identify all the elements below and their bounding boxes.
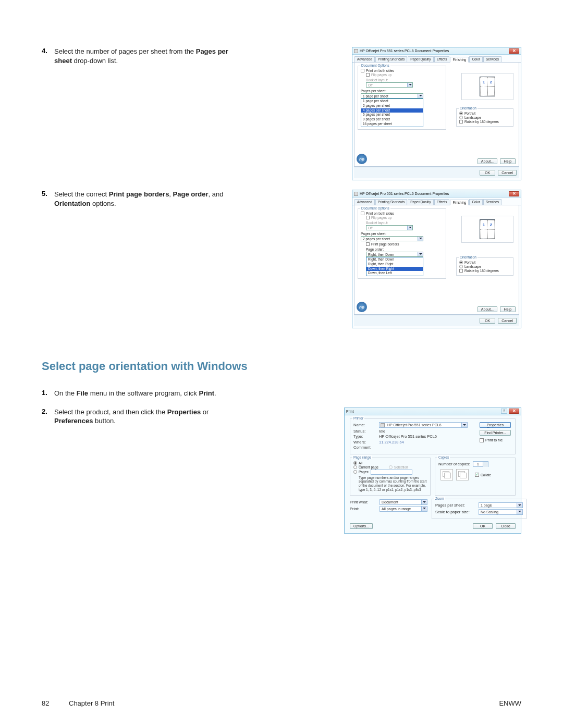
comment-label: Comment: — [353, 445, 376, 450]
landscape-radio[interactable] — [459, 265, 463, 268]
s5-sep2: , and — [209, 190, 224, 198]
copies-legend: Copies — [437, 455, 450, 459]
sb2-t2: or — [201, 408, 209, 416]
num-copies-value: 1 — [473, 462, 483, 466]
num-copies-spinner[interactable]: 1 — [473, 461, 488, 467]
pps-opt-2[interactable]: 2 pages per sheet — [361, 104, 423, 108]
cancel-button[interactable]: Cancel — [498, 170, 517, 176]
flip-pages-up-label: Flip pages up — [371, 216, 391, 219]
pps-opt-9[interactable]: 9 pages per sheet — [361, 117, 423, 122]
print-range-select[interactable]: All pages in range — [380, 506, 427, 512]
tab-paper-quality[interactable]: Paper/Quality — [408, 56, 433, 62]
s5-t2: options. — [90, 200, 116, 207]
po-opt-1[interactable]: Right, then Down — [366, 257, 423, 262]
ok-button[interactable]: OK — [473, 523, 493, 529]
chevron-down-icon[interactable] — [421, 500, 427, 504]
rotate180-checkbox[interactable] — [459, 269, 463, 273]
hp-logo-icon: hp — [357, 154, 367, 164]
chevron-down-icon[interactable] — [418, 237, 423, 241]
help-button[interactable]: Help — [500, 158, 516, 164]
tab-printing-shortcuts[interactable]: Printing Shortcuts — [375, 199, 407, 205]
zoom-pps-select[interactable]: 1 page — [479, 502, 523, 508]
close-icon[interactable]: ✕ — [509, 409, 519, 414]
chevron-down-icon[interactable] — [461, 423, 467, 427]
close-button[interactable]: Close — [496, 523, 516, 529]
zoom-scale-select[interactable]: No Scaling — [479, 509, 523, 515]
spin-down-icon[interactable] — [483, 464, 488, 467]
chevron-down-icon[interactable] — [517, 503, 522, 508]
close-icon[interactable]: ✕ — [509, 191, 519, 196]
tab-paper-quality[interactable]: Paper/Quality — [408, 199, 433, 205]
tabs-row: Advanced Printing Shortcuts Paper/Qualit… — [352, 198, 521, 205]
page-order-listbox[interactable]: Right, then Down Right, then Right Down,… — [366, 257, 423, 276]
tab-services[interactable]: Services — [483, 199, 501, 205]
printer-name-select[interactable]: HP Officejet Pro 551 series PCL6 — [379, 422, 468, 428]
pages-radio[interactable] — [353, 470, 357, 474]
ok-button[interactable]: OK — [480, 170, 495, 176]
pages-per-sheet-label: Pages per sheet: — [361, 89, 443, 93]
portrait-radio[interactable] — [459, 112, 463, 115]
about-button[interactable]: About... — [478, 306, 497, 312]
step-text-4: Select the number of pages per sheet fro… — [54, 47, 237, 65]
step-number-1: 1. — [42, 389, 54, 397]
tab-finishing[interactable]: Finishing — [450, 200, 469, 205]
tab-services[interactable]: Services — [483, 56, 501, 62]
about-button[interactable]: About... — [478, 158, 497, 164]
tab-advanced[interactable]: Advanced — [354, 199, 375, 205]
pps-opt-6[interactable]: 6 pages per sheet — [361, 113, 423, 117]
booklet-layout-label: Booklet layout: — [366, 78, 443, 82]
landscape-radio[interactable] — [459, 116, 463, 119]
cancel-button[interactable]: Cancel — [498, 318, 517, 324]
flip-pages-up-checkbox — [366, 73, 370, 77]
tab-printing-shortcuts[interactable]: Printing Shortcuts — [375, 56, 407, 62]
print-page-borders-checkbox[interactable] — [366, 242, 370, 246]
help-icon[interactable]: ? — [501, 409, 507, 414]
page-order-select[interactable]: Right, then Down — [366, 252, 423, 257]
close-icon[interactable]: ✕ — [509, 48, 519, 54]
chevron-down-icon[interactable] — [418, 252, 423, 256]
printer-name-value: HP Officejet Pro 551 series PCL6 — [386, 423, 461, 427]
pages-per-sheet-select[interactable]: 2 pages per sheet — [361, 236, 423, 241]
po-opt-4[interactable]: Down, then Left — [366, 271, 423, 276]
tab-effects[interactable]: Effects — [434, 199, 450, 205]
printer-mini-icon — [381, 423, 385, 427]
zoom-pps-label: Pages per sheet: — [435, 503, 476, 508]
name-label: Name: — [353, 423, 376, 427]
tab-advanced[interactable]: Advanced — [354, 56, 375, 62]
collate-checkbox[interactable] — [475, 473, 479, 477]
tab-color[interactable]: Color — [469, 199, 483, 205]
print-to-file-checkbox[interactable] — [480, 438, 484, 442]
print-both-sides-checkbox[interactable] — [361, 212, 364, 215]
rotate180-checkbox[interactable] — [459, 120, 463, 124]
selection-label: Selection — [394, 465, 408, 469]
current-page-radio[interactable] — [353, 465, 357, 469]
find-printer-button[interactable]: Find Printer... — [480, 430, 511, 436]
pages-per-sheet-listbox[interactable]: 1 page per sheet 2 pages per sheet 4 pag… — [361, 98, 423, 127]
properties-button[interactable]: Properties — [480, 422, 511, 428]
pages-per-sheet-select[interactable]: 1 page per sheet — [361, 93, 423, 98]
pps-opt-16[interactable]: 16 pages per sheet — [361, 122, 423, 127]
chevron-down-icon[interactable] — [421, 507, 427, 511]
all-radio[interactable] — [353, 461, 357, 465]
options-button[interactable]: Options... — [350, 523, 373, 529]
pps-opt-1[interactable]: 1 page per sheet — [361, 99, 423, 104]
page-number: 82 — [42, 699, 59, 707]
help-button[interactable]: Help — [500, 306, 516, 312]
tab-finishing[interactable]: Finishing — [450, 57, 469, 63]
s5-b1: Print page borders — [109, 190, 169, 198]
po-opt-3[interactable]: Down, then Right — [366, 267, 423, 272]
portrait-radio[interactable] — [459, 261, 463, 264]
zoom-legend: Zoom — [434, 497, 445, 500]
po-opt-2[interactable]: Right, then Right — [366, 262, 423, 267]
print-what-select[interactable]: Document — [380, 499, 427, 505]
ok-button[interactable]: OK — [480, 318, 495, 324]
chapter-label: Chapter 8 Print — [69, 699, 114, 707]
pages-input[interactable] — [371, 470, 412, 475]
tab-effects[interactable]: Effects — [434, 56, 450, 62]
chevron-down-icon[interactable] — [418, 94, 423, 98]
tab-color[interactable]: Color — [469, 56, 483, 62]
collate-preview-icon — [440, 469, 453, 480]
pps-opt-4[interactable]: 4 pages per sheet — [361, 108, 423, 113]
print-both-sides-checkbox[interactable] — [361, 69, 364, 72]
chevron-down-icon[interactable] — [517, 510, 522, 514]
